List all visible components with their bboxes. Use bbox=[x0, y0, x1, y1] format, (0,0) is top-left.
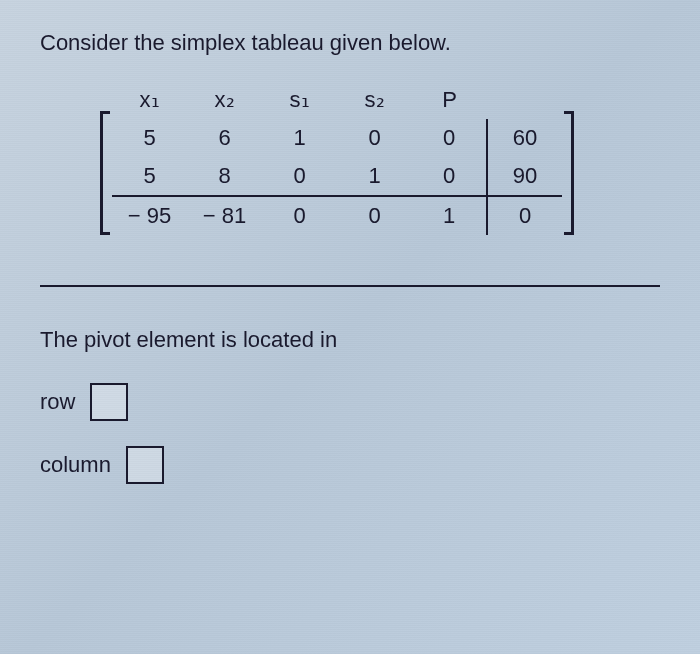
column-input-group: column bbox=[40, 446, 660, 484]
cell: 1 bbox=[337, 157, 412, 196]
cell: 0 bbox=[262, 196, 337, 235]
cell: 5 bbox=[112, 119, 187, 157]
table-row: 5 8 0 1 0 90 bbox=[112, 157, 562, 196]
table-row-objective: − 95 − 81 0 0 1 0 bbox=[112, 196, 562, 235]
header-x2: x₂ bbox=[187, 81, 262, 119]
row-input[interactable] bbox=[90, 383, 128, 421]
cell-rhs: 0 bbox=[487, 196, 562, 235]
cell: 1 bbox=[412, 196, 487, 235]
bracket-left bbox=[100, 111, 112, 235]
cell: 0 bbox=[412, 157, 487, 196]
header-p: P bbox=[412, 81, 487, 119]
question-text: Consider the simplex tableau given below… bbox=[40, 30, 660, 56]
column-input[interactable] bbox=[126, 446, 164, 484]
section-divider bbox=[40, 285, 660, 287]
cell: − 81 bbox=[187, 196, 262, 235]
cell: − 95 bbox=[112, 196, 187, 235]
tableau-table: x₁ x₂ s₁ s₂ P 5 6 1 0 0 60 5 8 0 1 0 bbox=[112, 81, 562, 235]
table-row: 5 6 1 0 0 60 bbox=[112, 119, 562, 157]
tableau-header-row: x₁ x₂ s₁ s₂ P bbox=[112, 81, 562, 119]
header-x1: x₁ bbox=[112, 81, 187, 119]
simplex-tableau: x₁ x₂ s₁ s₂ P 5 6 1 0 0 60 5 8 0 1 0 bbox=[100, 81, 660, 235]
cell: 5 bbox=[112, 157, 187, 196]
cell-rhs: 90 bbox=[487, 157, 562, 196]
cell: 8 bbox=[187, 157, 262, 196]
cell: 0 bbox=[337, 196, 412, 235]
cell: 0 bbox=[337, 119, 412, 157]
prompt-text: The pivot element is located in bbox=[40, 327, 660, 353]
column-label: column bbox=[40, 452, 111, 478]
cell: 6 bbox=[187, 119, 262, 157]
header-rhs bbox=[487, 81, 562, 119]
cell: 1 bbox=[262, 119, 337, 157]
cell: 0 bbox=[262, 157, 337, 196]
row-input-group: row bbox=[40, 383, 660, 421]
header-s1: s₁ bbox=[262, 81, 337, 119]
cell: 0 bbox=[412, 119, 487, 157]
row-label: row bbox=[40, 389, 75, 415]
cell-rhs: 60 bbox=[487, 119, 562, 157]
bracket-right bbox=[562, 111, 574, 235]
header-s2: s₂ bbox=[337, 81, 412, 119]
